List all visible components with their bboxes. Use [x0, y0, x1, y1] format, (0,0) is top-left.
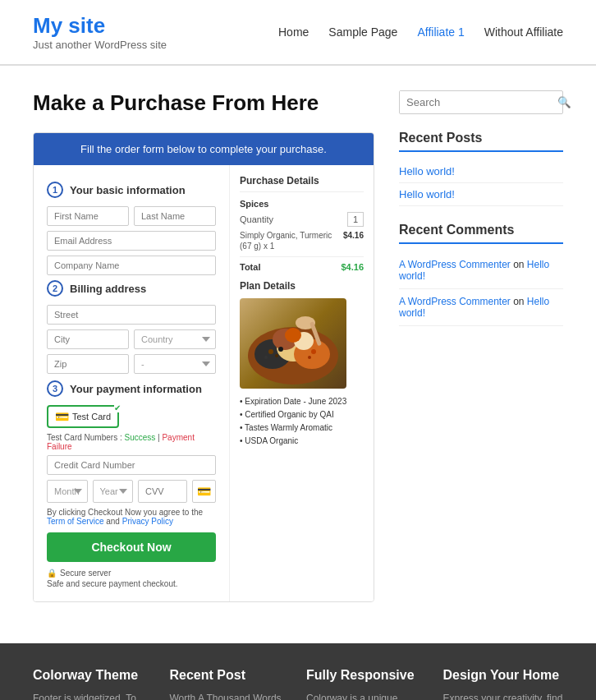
svg-point-12 [278, 347, 283, 352]
privacy-link[interactable]: Privacy Policy [122, 517, 173, 526]
main-content: Make a Purchase From Here Fill the order… [0, 66, 596, 627]
zip-input[interactable] [47, 354, 129, 374]
secure-badge: 🔒 Secure server [47, 569, 216, 578]
nav-without-affiliate[interactable]: Without Affiliate [484, 25, 563, 39]
recent-posts-section: Recent Posts Hello world! Hello world! [399, 131, 563, 206]
card-label: Test Card [72, 412, 111, 421]
comment-author-2[interactable]: A WordPress Commenter [399, 296, 511, 307]
section2-number: 2 [47, 280, 63, 297]
section1-label: Your basic information [70, 184, 186, 196]
feature-1: Expiration Date - June 2023 [240, 395, 364, 408]
section3-header: 3 Your payment information [47, 380, 216, 397]
comment-on-2: on [513, 296, 527, 307]
nav-sample-page[interactable]: Sample Page [328, 25, 397, 39]
total-value: $4.16 [341, 262, 364, 272]
svg-point-14 [308, 356, 311, 359]
nav-home[interactable]: Home [278, 25, 309, 39]
cvv-card-icon: 💳 [197, 485, 211, 498]
footer-widget-2: Recent Post Worth A Thousand Words Categ… [170, 668, 291, 700]
total-label: Total [240, 262, 260, 272]
svg-point-10 [275, 354, 278, 357]
terms-prefix: By clicking Checkout Now you agree to th… [47, 508, 203, 517]
post-link-2[interactable]: Hello world! [399, 183, 563, 206]
form-left: 1 Your basic information [34, 165, 230, 601]
plan-image [240, 298, 346, 389]
feature-2: Certified Organic by QAI [240, 408, 364, 421]
comment-item-2: A WordPress Commenter on Hello world! [399, 289, 563, 326]
checkout-button[interactable]: Checkout Now [47, 532, 216, 562]
test-card-info: Test Card Numbers : Success | Payment Fa… [47, 433, 216, 451]
quantity-label: Quantity [240, 214, 273, 224]
country-select[interactable]: Country [134, 329, 216, 349]
site-name: My site [33, 13, 167, 39]
product-row: Simply Organic, Turmeric (67 g) x 1 $4.1… [240, 230, 364, 251]
street-input[interactable] [47, 305, 216, 325]
feature-4: USDA Organic [240, 435, 364, 448]
purchase-details-title: Purchase Details [240, 175, 364, 192]
nav-affiliate-1[interactable]: Affiliate 1 [417, 25, 464, 39]
name-row [47, 206, 216, 226]
email-input[interactable] [47, 231, 216, 251]
recent-comments-section: Recent Comments A WordPress Commenter on… [399, 223, 563, 326]
product-name: Simply Organic, Turmeric (67 g) x 1 [240, 230, 343, 251]
year-select[interactable]: Year [93, 480, 134, 503]
total-row: Total $4.16 [240, 256, 364, 272]
last-name-input[interactable] [134, 206, 216, 226]
cc-row [47, 455, 216, 475]
first-name-input[interactable] [47, 206, 129, 226]
success-link[interactable]: Success [124, 433, 155, 442]
search-box: 🔍 [399, 90, 563, 114]
form-right: Purchase Details Spices Quantity 1 Simpl… [230, 165, 374, 601]
quantity-value: 1 [347, 212, 364, 227]
plan-features: Expiration Date - June 2023 Certified Or… [240, 395, 364, 448]
svg-point-6 [285, 328, 301, 343]
main-nav: Home Sample Page Affiliate 1 Without Aff… [278, 25, 563, 39]
section1-header: 1 Your basic information [47, 182, 216, 198]
secure-sub-text: Safe and secure payment checkout. [47, 579, 216, 588]
sidebar: 🔍 Recent Posts Hello world! Hello world!… [399, 90, 563, 602]
cc-number-input[interactable] [47, 455, 216, 475]
test-card-label: Test Card Numbers : [47, 433, 124, 442]
footer-col1-text: Footer is widgetized. To setup the foote… [33, 691, 154, 700]
street-row [47, 305, 216, 325]
site-header: My site Just another WordPress site Home… [0, 0, 596, 65]
section3-number: 3 [47, 380, 63, 397]
cvv-row: Month Year 💳 [47, 480, 216, 503]
footer-widget-4: Design Your Home Express your creativity… [443, 668, 564, 700]
feature-3: Tastes Warmly Aromatic [240, 421, 364, 435]
product-price: $4.16 [343, 230, 364, 251]
cvv-input[interactable] [138, 480, 187, 503]
search-input[interactable] [400, 91, 551, 113]
terms-link[interactable]: Term of Service [47, 517, 103, 526]
section3-label: Your payment information [70, 383, 202, 395]
footer-col4-text: Express your creativity, find inspiratio… [443, 691, 564, 700]
footer-col4-title: Design Your Home [443, 668, 564, 683]
search-button[interactable]: 🔍 [551, 91, 578, 113]
company-input[interactable] [47, 256, 216, 275]
credit-card-icon: 💳 [55, 410, 69, 423]
purchase-category: Spices [240, 199, 364, 209]
footer-col1-title: Colorway Theme [33, 668, 154, 683]
svg-point-13 [311, 349, 316, 354]
post-link-1[interactable]: Hello world! [399, 160, 563, 183]
page-title: Make a Purchase From Here [33, 90, 374, 116]
comment-author-1[interactable]: A WordPress Commenter [399, 259, 511, 270]
city-country-row: Country [47, 329, 216, 349]
secure-label: Secure server [60, 569, 111, 578]
section2-header: 2 Billing address [47, 280, 216, 297]
footer-col2-link1[interactable]: Worth A Thousand Words [170, 691, 291, 700]
state-select[interactable]: - [134, 354, 216, 374]
svg-point-11 [264, 356, 268, 359]
city-input[interactable] [47, 329, 129, 349]
form-body: 1 Your basic information [34, 165, 374, 601]
footer-col3-text: Colorway is a unique responsive WordPres… [306, 691, 427, 700]
quantity-row: Quantity 1 [240, 212, 364, 227]
order-form-container: Fill the order form below to complete yo… [33, 132, 374, 602]
month-select[interactable]: Month [47, 480, 88, 503]
plan-details: Plan Details [240, 280, 364, 448]
purchase-details: Purchase Details Spices Quantity 1 Simpl… [240, 175, 364, 272]
site-tagline: Just another WordPress site [33, 39, 167, 51]
recent-posts-title: Recent Posts [399, 131, 563, 152]
terms-and: and [106, 517, 121, 526]
spices-svg [240, 298, 346, 389]
